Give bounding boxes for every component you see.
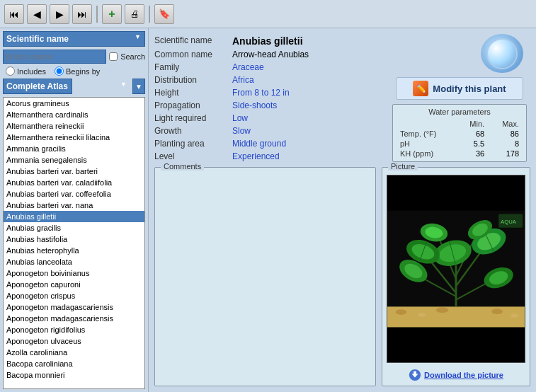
svg-point-4: [436, 307, 448, 313]
filter-includes-radio[interactable]: [6, 67, 15, 76]
plant-image-svg: AQUA: [387, 175, 525, 362]
plant-list-item[interactable]: Ammania senegalensis: [4, 154, 144, 166]
height-label: Height: [154, 88, 232, 98]
svg-point-5: [465, 311, 475, 316]
distribution-value: Africa: [232, 75, 254, 85]
filter-includes[interactable]: Includes: [6, 67, 46, 76]
svg-rect-36: [414, 371, 416, 375]
modify-plant-button[interactable]: ✏️ Modify this plant: [396, 77, 523, 100]
print-button[interactable]: 🖨: [125, 4, 144, 24]
plant-list-item[interactable]: Azolla caroliniana: [4, 347, 144, 358]
filter-begins-by[interactable]: Begins by: [55, 67, 100, 76]
app-logo: [481, 34, 523, 73]
plant-list-item[interactable]: Aponogeton boivinianus: [4, 267, 144, 279]
plant-picture: AQUA: [387, 175, 525, 363]
modify-button-label: Modify this plant: [433, 83, 506, 94]
propagation-value: Side-shoots: [232, 100, 277, 110]
water-params-title: Water parameters: [396, 108, 523, 116]
plant-list-item[interactable]: Bacopa caroliniana: [4, 358, 144, 369]
water-param-min: 68: [457, 129, 489, 139]
family-value: Araceae: [232, 62, 264, 72]
picture-title: Picture: [388, 162, 418, 171]
plant-list-item[interactable]: Aponogeton madagascariensis: [4, 313, 144, 324]
plant-list-item[interactable]: Anubias barteri var. coffeefolia: [4, 188, 144, 200]
download-icon: [409, 369, 421, 381]
search-input[interactable]: [3, 50, 106, 64]
plant-list-item[interactable]: Anubias gilletii: [4, 211, 144, 222]
family-row: Family Araceae: [154, 61, 383, 74]
bookmark-button[interactable]: 🔖: [154, 4, 174, 24]
picture-box: Picture: [382, 167, 530, 386]
plant-list-item[interactable]: Alternanthera reineckii: [4, 120, 144, 132]
propagation-row: Propagation Side-shoots: [154, 99, 383, 112]
info-bottom: Comments Picture: [154, 167, 530, 386]
water-param-min: 5.5: [457, 139, 489, 149]
plant-list-item[interactable]: Anubias barteri var. caladiifolia: [4, 177, 144, 188]
comments-title: Comments: [161, 162, 204, 171]
add-button[interactable]: +: [102, 4, 122, 24]
plant-list-item[interactable]: Anubias lanceolata: [4, 256, 144, 267]
nav-last-button[interactable]: ⏭: [72, 4, 92, 24]
level-value: Experienced: [232, 151, 280, 161]
atlas-selector-wrapper: Complete Atlas: [3, 79, 131, 94]
planting-area-row: Planting area Middle ground: [154, 137, 383, 150]
field-selector[interactable]: Scientific name: [3, 31, 145, 47]
svg-text:AQUA: AQUA: [501, 219, 517, 225]
nav-next-button[interactable]: ▶: [50, 4, 69, 24]
water-param-row: pH 5.5 8: [396, 139, 523, 149]
plant-list-item[interactable]: Aponogeton rigidifolius: [4, 324, 144, 335]
filter-begins-radio[interactable]: [55, 67, 64, 76]
toolbar: ⏮ ◀ ▶ ⏭ + 🖨 🔖: [0, 0, 536, 28]
atlas-dropdown-button[interactable]: ▼: [132, 79, 145, 94]
comments-box: Comments: [154, 167, 376, 386]
scientific-name-value: Anubias gilletii: [232, 35, 303, 47]
light-required-value: Low: [232, 113, 248, 123]
water-param-label: pH: [396, 139, 457, 149]
download-picture-link[interactable]: Download the picture: [382, 366, 530, 386]
light-required-label: Light required: [154, 113, 232, 123]
nav-prev-button[interactable]: ◀: [27, 4, 47, 24]
svg-point-7: [511, 313, 519, 318]
search-checkbox[interactable]: [109, 52, 118, 61]
growth-label: Growth: [154, 126, 232, 136]
level-row: Level Experienced: [154, 150, 383, 163]
water-params-box: Water parameters Min. Max. Temp. (°F) 68: [392, 104, 527, 162]
height-value: From 8 to 12 in: [232, 88, 290, 98]
info-fields: Scientific name Anubias gilletii Common …: [154, 34, 383, 163]
plant-list-item[interactable]: Ammania gracilis: [4, 143, 144, 154]
family-label: Family: [154, 62, 232, 72]
distribution-label: Distribution: [154, 75, 232, 85]
plant-list-item[interactable]: Alternanthera reineckii lilacina: [4, 132, 144, 143]
field-selector-wrapper: Scientific name: [3, 31, 145, 47]
water-param-row: KH (ppm) 36 178: [396, 149, 523, 158]
plant-list-item[interactable]: Aponogeton madagascariensis: [4, 301, 144, 313]
main-layout: Scientific name Search Includes Begins b…: [0, 28, 536, 392]
plant-list-item[interactable]: Anubias barteri var. nana: [4, 200, 144, 211]
atlas-selector[interactable]: Complete Atlas: [3, 79, 72, 94]
water-param-max: 86: [489, 129, 523, 139]
water-param-row: Temp. (°F) 68 86: [396, 129, 523, 139]
distribution-row: Distribution Africa: [154, 74, 383, 86]
min-header: Min.: [457, 119, 489, 129]
toolbar-separator-1: [96, 6, 98, 23]
info-right: ✏️ Modify this plant Water parameters Mi…: [389, 34, 530, 163]
search-row: Search: [3, 50, 145, 64]
common-name-row: Common name Arrow-head Anubias: [154, 48, 383, 61]
plant-list-item[interactable]: Anubias gracilis: [4, 222, 144, 234]
plant-list-item[interactable]: Aponogeton crispus: [4, 290, 144, 301]
nav-first-button[interactable]: ⏮: [4, 4, 24, 24]
scientific-name-label: Scientific name: [154, 35, 232, 45]
plant-list-item[interactable]: Bacopa monnieri: [4, 369, 144, 381]
plant-list-item[interactable]: Anubias hastifolia: [4, 234, 144, 245]
water-param-min: 36: [457, 149, 489, 158]
plant-list-item[interactable]: Anubias barteri var. barteri: [4, 166, 144, 177]
plant-list-item[interactable]: Alternanthera cardinalis: [4, 109, 144, 120]
svg-rect-1: [387, 306, 525, 327]
plant-list-item[interactable]: Aponogeton ulvaceus: [4, 335, 144, 347]
water-param-label: Temp. (°F): [396, 129, 457, 139]
light-required-row: Light required Low: [154, 112, 383, 125]
plant-list-item[interactable]: Anubias heterophylla: [4, 245, 144, 256]
search-button-label[interactable]: Search: [120, 52, 145, 61]
plant-list-item[interactable]: Acorus gramineus: [4, 98, 144, 109]
plant-list-item[interactable]: Aponogeton capuroni: [4, 279, 144, 290]
